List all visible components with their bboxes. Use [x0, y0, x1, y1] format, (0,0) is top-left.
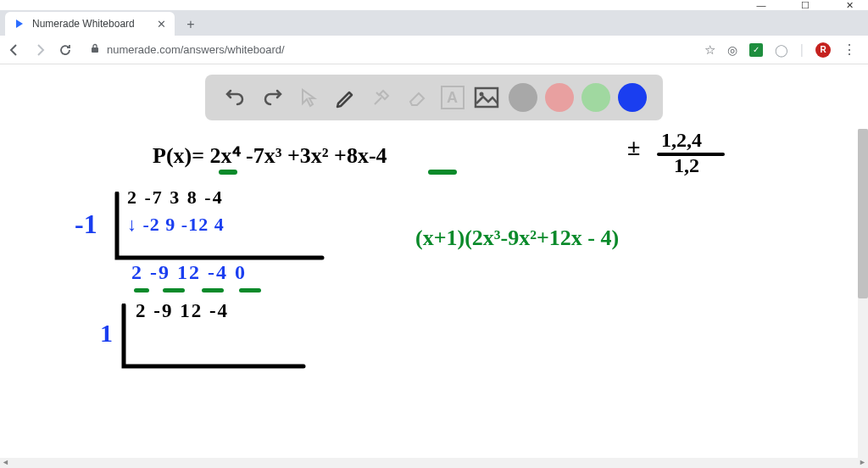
underline-mark — [239, 288, 261, 292]
underline-mark — [202, 288, 224, 292]
tab-strip: Numerade Whiteboard ✕ + — [0, 10, 868, 36]
syn-div-2-row1: 2 -9 12 -4 — [136, 300, 229, 322]
horizontal-scrollbar[interactable]: ◄ ► — [0, 458, 868, 468]
rational-roots-numerator: 1,2,4 — [661, 129, 702, 152]
svg-rect-1 — [92, 47, 98, 53]
extension-icons: ☆ ◎ ✓ ◯ | R ⋮ — [704, 42, 861, 58]
window-title-bar: — ☐ ✕ — [0, 0, 868, 10]
maximize-button[interactable]: ☐ — [793, 0, 817, 11]
minimize-button[interactable]: — — [749, 0, 773, 10]
syn-div-2-divisor: 1 — [100, 319, 113, 348]
tab-title: Numerade Whiteboard — [32, 18, 135, 30]
star-icon[interactable]: ☆ — [704, 42, 715, 58]
whiteboard-canvas[interactable]: P(x)= 2x⁴ -7x³ +3x² +8x-4 ± 1,2,4 1,2 -1… — [8, 132, 856, 460]
color-gray-swatch[interactable] — [509, 83, 537, 112]
back-button[interactable] — [7, 42, 22, 58]
cursor-tool-icon[interactable] — [294, 83, 323, 112]
underline-mark — [134, 288, 149, 292]
site-favicon-icon — [14, 18, 25, 30]
underline-mark — [163, 288, 185, 292]
address-bar: numerade.com/answers/whiteboard/ ☆ ◎ ✓ ◯… — [0, 36, 868, 64]
shield-icon[interactable]: ◎ — [727, 43, 737, 57]
forward-button[interactable] — [32, 42, 47, 58]
color-green-swatch[interactable] — [581, 83, 610, 112]
url-text: numerade.com/answers/whiteboard/ — [107, 43, 285, 56]
color-blue-swatch[interactable] — [618, 83, 647, 112]
redo-button[interactable] — [258, 83, 287, 112]
profile-avatar[interactable]: R — [815, 42, 831, 58]
pen-tool-icon[interactable] — [331, 83, 359, 112]
syn-div-1-row2: ↓ -2 9 -12 4 — [127, 214, 225, 236]
browser-tab[interactable]: Numerade Whiteboard ✕ — [5, 12, 175, 36]
scrollbar-thumb[interactable] — [858, 129, 868, 298]
undo-button[interactable] — [221, 83, 250, 112]
whiteboard-toolbar: A — [205, 75, 663, 120]
close-window-button[interactable]: ✕ — [837, 0, 861, 11]
menu-icon[interactable]: ⋮ — [843, 42, 856, 58]
syn-div-1-divisor: -1 — [75, 209, 97, 240]
lock-icon — [90, 43, 100, 56]
close-tab-icon[interactable]: ✕ — [157, 18, 166, 31]
syn-div-1-result: 2 -9 12 -4 0 — [131, 261, 247, 284]
checkmark-extension-icon[interactable]: ✓ — [749, 43, 763, 57]
polynomial-expression: P(x)= 2x⁴ -7x³ +3x² +8x-4 — [153, 142, 387, 169]
scroll-right-icon[interactable]: ► — [859, 458, 866, 468]
page-content: A P(x)= 2x⁴ -7x³ +3x² +8x-4 ± 1,2,4 1,2 … — [0, 64, 868, 468]
eraser-tool-icon[interactable] — [403, 83, 432, 112]
underline-mark — [428, 170, 457, 175]
reload-button[interactable] — [58, 42, 73, 58]
syn-div-1-row1: 2 -7 3 8 -4 — [127, 187, 224, 209]
underline-mark — [219, 170, 237, 175]
new-tab-button[interactable]: + — [180, 14, 202, 36]
image-tool-icon[interactable] — [472, 83, 501, 112]
svg-rect-2 — [476, 88, 498, 107]
headset-icon[interactable]: ◯ — [775, 43, 788, 57]
tools-icon[interactable] — [367, 83, 396, 112]
text-tool-icon[interactable]: A — [441, 86, 465, 109]
url-field[interactable]: numerade.com/answers/whiteboard/ — [83, 43, 694, 56]
rational-roots-denominator: 1,2 — [674, 154, 699, 177]
scroll-left-icon[interactable]: ◄ — [2, 458, 9, 468]
plus-minus: ± — [627, 134, 640, 161]
svg-marker-0 — [16, 20, 23, 28]
factored-expression: (x+1)(2x³-9x²+12x - 4) — [415, 226, 619, 251]
color-red-swatch[interactable] — [545, 83, 574, 112]
vertical-scrollbar[interactable] — [858, 129, 868, 458]
